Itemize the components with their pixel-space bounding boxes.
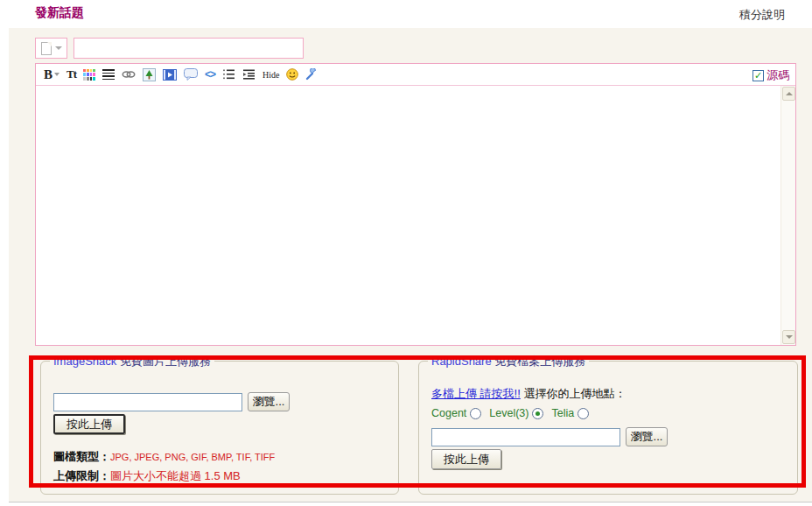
rapidshare-upload-button[interactable]: 按此上傳 — [431, 449, 501, 469]
radio-button[interactable] — [532, 408, 543, 419]
topic-title-input[interactable] — [74, 38, 304, 59]
rapidshare-browse-button[interactable]: 瀏覽... — [626, 427, 668, 446]
upload-limit-line: 上傳限制：圖片大小不能超過 1.5 MB — [53, 468, 241, 484]
color-palette-button[interactable] — [83, 67, 95, 82]
imageshack-legend: ImageShack 免費圖片上傳服務 — [50, 354, 214, 369]
speech-bubble-icon — [184, 68, 198, 81]
chevron-up-icon — [786, 92, 793, 95]
chevron-down-icon — [55, 46, 62, 50]
editor-scrollbar[interactable] — [780, 86, 795, 345]
smiley-icon — [286, 68, 298, 81]
rapidshare-file-input[interactable] — [431, 428, 620, 446]
link-button[interactable] — [122, 67, 136, 82]
indent-button[interactable] — [242, 67, 256, 82]
imageshack-browse-button[interactable]: 瀏覽... — [248, 392, 290, 411]
video-icon — [163, 69, 177, 81]
hide-tag-button[interactable]: Hide — [262, 67, 279, 82]
multiupload-link[interactable]: 多檔上傳 請按我!! — [431, 387, 521, 400]
checkbox-checked-icon[interactable]: ✓ — [752, 70, 764, 81]
source-mode-label: 源碼 — [766, 67, 789, 83]
page-title: 發新話題 — [35, 5, 84, 21]
scroll-up-button[interactable] — [782, 87, 795, 101]
insert-video-button[interactable] — [163, 67, 177, 82]
post-new-topic-page: 發新話題 積分說明 B Tt — [0, 0, 812, 506]
ordered-list-button[interactable] — [222, 67, 235, 82]
align-icon — [102, 69, 115, 81]
insert-image-button[interactable] — [143, 67, 156, 82]
mirror-radio-group: Cogent Level(3) Telia — [431, 407, 597, 419]
multiupload-line: 多檔上傳 請按我!! 選擇你的上傳地點： — [431, 386, 626, 402]
ordered-list-icon — [222, 68, 235, 81]
choose-location-label: 選擇你的上傳地點： — [523, 387, 626, 400]
quote-button[interactable] — [184, 67, 198, 82]
image-icon — [143, 68, 156, 81]
page-icon — [41, 42, 52, 55]
mirror-option-level3[interactable]: Level(3) — [489, 407, 543, 419]
code-button[interactable]: <> — [205, 67, 215, 82]
chevron-down-icon — [54, 73, 60, 76]
imageshack-file-input[interactable] — [53, 393, 242, 411]
imageshack-section: ImageShack 免費圖片上傳服務 瀏覽... 按此上傳 圖檔類型：JPG,… — [40, 361, 399, 495]
font-size-button[interactable]: Tt — [66, 67, 76, 82]
rapidshare-legend: RapidShare 免費檔案上傳服務 — [428, 354, 589, 369]
indent-icon — [242, 68, 256, 81]
smiley-button[interactable] — [286, 67, 298, 82]
topic-icon-dropdown[interactable] — [35, 38, 67, 59]
rich-text-editor: B Tt — [35, 63, 796, 346]
points-explanation-link[interactable]: 積分說明 — [739, 7, 785, 23]
bold-button[interactable]: B — [44, 67, 60, 82]
filetype-line: 圖檔類型：JPG, JPEG, PNG, GIF, BMP, TIF, TIFF — [53, 449, 275, 465]
scroll-down-button[interactable] — [782, 330, 795, 344]
tools-button[interactable] — [305, 67, 318, 82]
editor-textarea[interactable] — [36, 86, 780, 345]
align-button[interactable] — [102, 67, 115, 82]
mirror-option-cogent[interactable]: Cogent — [431, 407, 481, 419]
radio-button[interactable] — [578, 408, 589, 419]
radio-button[interactable] — [470, 408, 481, 419]
editor-toolbar: B Tt — [36, 64, 795, 86]
rapidshare-section: RapidShare 免費檔案上傳服務 多檔上傳 請按我!! 選擇你的上傳地點：… — [418, 361, 798, 495]
chevron-down-icon — [786, 335, 793, 339]
imageshack-upload-button[interactable]: 按此上傳 — [53, 414, 125, 434]
source-mode-toggle[interactable]: ✓ 源碼 — [752, 67, 789, 83]
wrench-icon — [305, 68, 318, 81]
mirror-option-telia[interactable]: Telia — [551, 407, 589, 419]
color-palette-icon — [83, 69, 95, 81]
link-icon — [122, 69, 136, 80]
